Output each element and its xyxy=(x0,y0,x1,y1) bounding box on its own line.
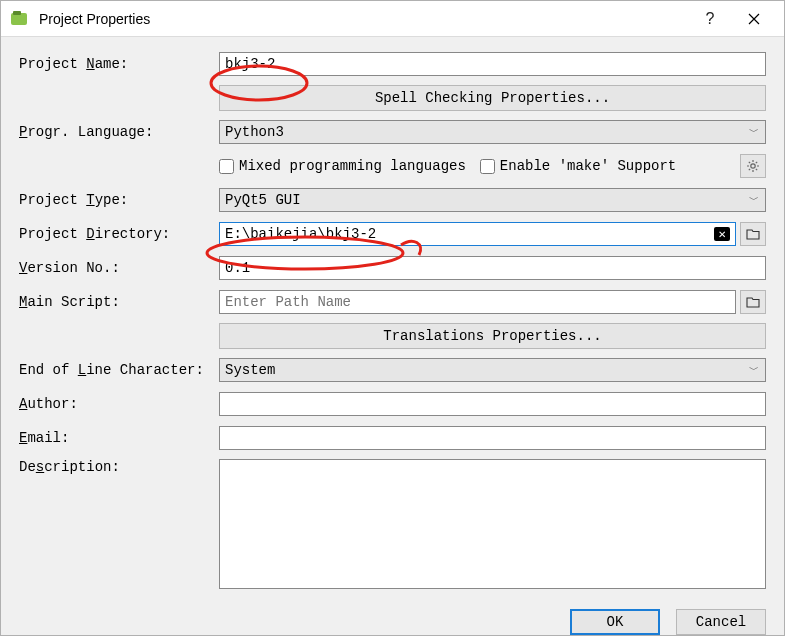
translations-button[interactable]: Translations Properties... xyxy=(219,323,766,349)
label-version-no: Version No.: xyxy=(19,260,219,276)
browse-script-button[interactable] xyxy=(740,290,766,314)
mixed-lang-checkbox[interactable] xyxy=(219,159,234,174)
label-email: Email: xyxy=(19,430,219,446)
close-button[interactable] xyxy=(732,4,776,34)
browse-directory-button[interactable] xyxy=(740,222,766,246)
svg-rect-1 xyxy=(13,11,21,15)
description-textarea[interactable] xyxy=(219,459,766,589)
enable-make-checkbox[interactable] xyxy=(480,159,495,174)
settings-button[interactable] xyxy=(740,154,766,178)
label-project-name: Project Name: xyxy=(19,56,219,72)
progr-language-value: Python3 xyxy=(225,124,284,140)
project-name-input[interactable] xyxy=(219,52,766,76)
chevron-down-icon: ﹀ xyxy=(749,193,759,207)
clear-icon[interactable]: ✕ xyxy=(714,227,730,241)
label-description: Description: xyxy=(19,459,219,475)
label-project-directory: Project Directory: xyxy=(19,226,219,242)
label-progr-language: Progr. Language: xyxy=(19,124,219,140)
chevron-down-icon: ﹀ xyxy=(749,363,759,377)
dialog-footer: OK Cancel xyxy=(1,603,784,635)
app-icon xyxy=(9,9,29,29)
spell-check-button[interactable]: Spell Checking Properties... xyxy=(219,85,766,111)
eol-character-value: System xyxy=(225,362,275,378)
main-script-input[interactable] xyxy=(219,290,736,314)
label-main-script: Main Script: xyxy=(19,294,219,310)
titlebar: Project Properties ? xyxy=(1,1,784,37)
project-type-value: PyQt5 GUI xyxy=(225,192,301,208)
help-button[interactable]: ? xyxy=(688,4,732,34)
mixed-lang-checkbox-label[interactable]: Mixed programming languages xyxy=(219,158,466,174)
author-input[interactable] xyxy=(219,392,766,416)
window-title: Project Properties xyxy=(39,11,688,27)
label-eol-character: End of Line Character: xyxy=(19,362,219,378)
project-directory-input[interactable] xyxy=(219,222,736,246)
label-author: Author: xyxy=(19,396,219,412)
chevron-down-icon: ﹀ xyxy=(749,125,759,139)
project-type-select[interactable]: PyQt5 GUI ﹀ xyxy=(219,188,766,212)
eol-character-select[interactable]: System ﹀ xyxy=(219,358,766,382)
svg-point-2 xyxy=(751,164,755,168)
cancel-button[interactable]: Cancel xyxy=(676,609,766,635)
label-project-type: Project Type: xyxy=(19,192,219,208)
progr-language-select[interactable]: Python3 ﹀ xyxy=(219,120,766,144)
email-input[interactable] xyxy=(219,426,766,450)
version-no-input[interactable] xyxy=(219,256,766,280)
ok-button[interactable]: OK xyxy=(570,609,660,635)
enable-make-checkbox-label[interactable]: Enable 'make' Support xyxy=(480,158,676,174)
